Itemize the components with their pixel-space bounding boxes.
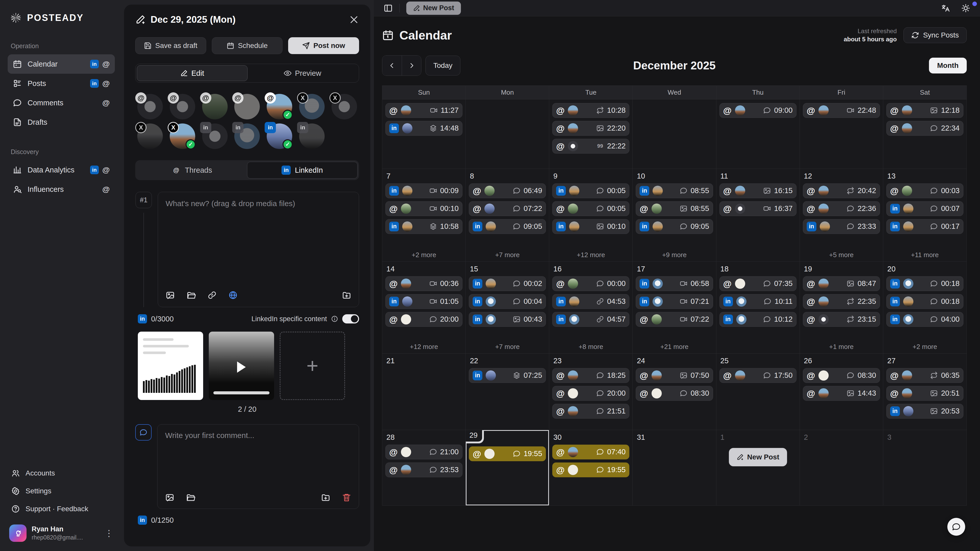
calendar-event[interactable]: @22:36 [803,201,880,216]
calendar-day-cell[interactable]: 2 [800,430,883,506]
calendar-event[interactable]: @00:36 [385,276,463,291]
more-events-label[interactable]: +2 more [382,251,466,259]
account-avatar-threads[interactable]: @✓ [267,94,292,119]
account-avatar-x[interactable]: X✓ [170,124,195,149]
calendar-event[interactable]: @08:30 [636,386,713,401]
calendar-day-cell[interactable]: 20in00:18in00:18in04:00+2 more [883,262,967,354]
calendar-day-cell[interactable]: 22in07:25 [466,354,549,430]
calendar-day-cell[interactable]: 7in00:09@00:10in10:58+2 more [382,169,466,262]
user-menu-kebab-icon[interactable]: ⋮ [105,528,113,538]
calendar-event[interactable]: in01:05 [385,294,463,309]
calendar-event[interactable]: @07:22 [469,201,546,216]
account-avatar-threads[interactable]: @ [170,94,195,119]
link-icon[interactable] [207,291,217,300]
calendar-event[interactable]: @00:00 [552,276,629,291]
post-now-button[interactable]: Post now [288,37,359,54]
comment-chip[interactable] [135,424,151,441]
more-events-label[interactable]: +7 more [466,251,549,259]
calendar-day-cell[interactable]: @11:27in14:48 [382,100,466,169]
close-icon[interactable] [349,14,359,25]
calendar-day-cell[interactable]: 12@20:42@22:36in23:33+5 more [800,169,883,262]
new-post-button[interactable]: New Post [729,448,787,466]
calendar-event[interactable]: in10:12 [719,312,797,327]
calendar-event[interactable]: @21:00 [385,445,463,459]
calendar-event[interactable]: @07:35 [719,276,797,291]
calendar-event[interactable]: @20:51 [886,386,963,401]
more-events-label[interactable]: +8 more [549,343,632,351]
calendar-event[interactable]: in20:53 [886,404,963,419]
calendar-event[interactable]: in04:57 [552,312,629,327]
add-image-icon[interactable] [165,291,175,300]
more-events-label[interactable]: +5 more [800,251,883,259]
sidebar-item-influencers[interactable]: Influencers@ [8,179,115,199]
add-media-tile[interactable]: + [280,332,345,400]
calendar-event[interactable]: in00:18 [886,276,963,291]
calendar-event[interactable]: in04:53 [552,294,629,309]
new-post-button[interactable]: New Post [406,2,461,15]
calendar-event[interactable]: @11:27 [385,103,463,118]
tab-edit[interactable]: Edit [137,65,248,81]
post-textarea[interactable]: What's new? (drag & drop media files) [158,192,359,307]
calendar-event[interactable]: in07:25 [469,368,546,383]
calendar-event[interactable]: @20:00 [385,312,463,327]
more-events-label[interactable]: +12 more [382,343,466,351]
more-events-label[interactable]: +21 more [633,343,716,351]
calendar-day-cell[interactable]: 29@19:55 [466,430,549,506]
sidebar-item-posts[interactable]: Postsin@ [8,74,115,93]
calendar-day-cell[interactable]: 16@00:00in04:53in04:57+8 more [549,262,633,354]
calendar-day-cell[interactable]: 10in08:55@08:55in09:05+9 more [633,169,716,262]
more-events-label[interactable]: +12 more [549,251,632,259]
calendar-event[interactable]: in10:58 [385,219,463,234]
calendar-event[interactable]: in07:21 [636,294,713,309]
calendar-day-cell[interactable]: 17in06:58in07:21@07:22+21 more [633,262,716,354]
calendar-event[interactable]: @22:34 [886,121,963,136]
calendar-event[interactable]: @22:35 [803,294,880,309]
calendar-event[interactable]: in00:05 [552,183,629,198]
today-button[interactable]: Today [425,56,460,76]
calendar-event[interactable]: @07:22 [636,312,713,327]
calendar-day-cell[interactable]: 3 [883,430,967,506]
user-card[interactable]: Ryan Han rhep0820@gmail.... ⋮ [8,524,115,542]
calendar-day-cell[interactable]: 13@00:03in00:07in00:17+11 more [883,169,967,262]
delete-comment-icon[interactable] [342,493,351,502]
calendar-event[interactable]: in14:48 [385,121,463,136]
calendar-day-cell[interactable] [466,100,549,169]
tab-preview[interactable]: Preview [248,65,358,81]
calendar-event[interactable]: @17:50 [719,368,797,383]
calendar-event[interactable]: @23:15 [803,312,880,327]
calendar-event[interactable]: @14:43 [803,386,880,401]
calendar-day-cell[interactable]: 14@00:36in01:05@20:00+12 more [382,262,466,354]
more-events-label[interactable]: +9 more [633,251,716,259]
calendar-day-cell[interactable]: @09:00 [716,100,800,169]
calendar-event[interactable]: @16:37 [719,201,797,216]
calendar-day-cell[interactable]: 26@08:30@14:43 [800,354,883,430]
calendar-day-cell[interactable]: 8@06:49@07:22in09:05+7 more [466,169,549,262]
calendar-event[interactable]: in00:18 [886,294,963,309]
calendar-event[interactable]: @07:40 [552,445,629,459]
calendar-day-cell[interactable]: @12:18@22:34 [883,100,967,169]
calendar-event[interactable]: @08:30 [803,368,880,383]
sidebar-item-accounts[interactable]: Accounts [8,464,115,482]
calendar-event[interactable]: @16:15 [719,183,797,198]
more-events-label[interactable]: +1 more [800,343,883,351]
light-mode-sun-icon[interactable] [961,3,970,13]
account-avatar-threads[interactable]: @ [202,94,228,119]
calendar-event[interactable]: @08:55 [636,201,713,216]
calendar-event[interactable]: in00:02 [469,276,546,291]
calendar-event[interactable]: in00:43 [469,312,546,327]
linkedin-specific-toggle[interactable] [342,314,359,324]
sync-posts-button[interactable]: Sync Posts [904,27,967,43]
account-avatar-in[interactable]: in [202,124,228,149]
calendar-event[interactable]: @12:18 [886,103,963,118]
calendar-day-cell[interactable] [633,100,716,169]
calendar-event[interactable]: @23:53 [385,462,463,477]
translate-icon[interactable] [941,3,950,13]
calendar-event[interactable]: @10:28 [552,103,629,118]
calendar-event[interactable]: in04:00 [886,312,963,327]
calendar-event[interactable]: in00:17 [886,219,963,234]
account-avatar-x[interactable]: X [299,94,325,119]
calendar-event[interactable]: @20:42 [803,183,880,198]
account-avatar-x[interactable]: X [331,94,357,119]
calendar-day-cell[interactable]: 1New Post [716,430,800,506]
globe-icon[interactable] [228,291,238,300]
